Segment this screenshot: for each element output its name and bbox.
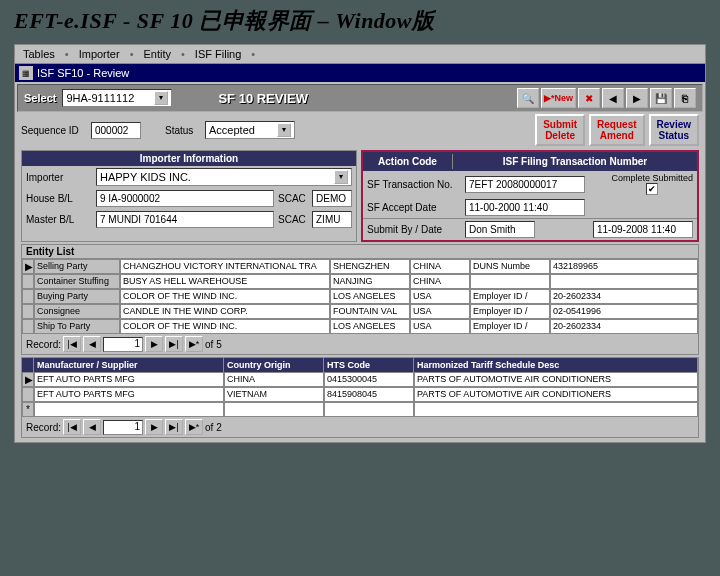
- hts-code-field[interactable]: [324, 402, 414, 417]
- entity-list-panel: Entity List ▶Selling PartyCHANGZHOU VICT…: [21, 244, 699, 355]
- entity-idtype-field[interactable]: [470, 274, 550, 289]
- entity-name-field[interactable]: CHANGZHOU VICTORY INTERNATIONAL TRA: [120, 259, 330, 274]
- hts-mfg-field[interactable]: EFT AUTO PARTS MFG: [34, 372, 224, 387]
- entity-idtype-field[interactable]: Employer ID /: [470, 319, 550, 334]
- request-amend-button[interactable]: RequestAmend: [589, 114, 644, 146]
- record-label: Record:: [26, 422, 61, 433]
- chevron-down-icon[interactable]: ▾: [154, 91, 168, 105]
- entity-idval-field[interactable]: 20-2602334: [550, 289, 698, 304]
- entity-city-field[interactable]: LOS ANGELES: [330, 289, 410, 304]
- row-marker: [22, 387, 34, 402]
- entity-country-field[interactable]: USA: [410, 289, 470, 304]
- house-bl-field[interactable]: 9 IA-9000002: [96, 190, 274, 207]
- entity-name-field[interactable]: CANDLE IN THE WIND CORP.: [120, 304, 330, 319]
- master-bl-field[interactable]: 7 MUNDI 701644: [96, 211, 274, 228]
- hts-row[interactable]: EFT AUTO PARTS MFGVIETNAM8415908045PARTS…: [22, 387, 698, 402]
- entity-country-field[interactable]: CHINA: [410, 274, 470, 289]
- nav-new-button[interactable]: ▶*: [185, 419, 203, 435]
- nav-prev-button[interactable]: ◀: [83, 336, 101, 352]
- entity-idval-field[interactable]: [550, 274, 698, 289]
- txn-no-field[interactable]: 7EFT 20080000017: [465, 176, 585, 193]
- entity-row[interactable]: ▶Selling PartyCHANGZHOU VICTORY INTERNAT…: [22, 259, 698, 274]
- nav-last-button[interactable]: ▶|: [165, 419, 183, 435]
- house-scac-field[interactable]: DEMO: [312, 190, 352, 207]
- save-icon[interactable]: 💾: [650, 88, 672, 108]
- nav-new-button[interactable]: ▶*: [185, 336, 203, 352]
- entity-idval-field[interactable]: 02-0541996: [550, 304, 698, 319]
- menu-importer[interactable]: Importer: [75, 47, 124, 61]
- entity-idval-field[interactable]: 432189965: [550, 259, 698, 274]
- app-frame: Tables• Importer• Entity• ISF Filing• ▦ …: [14, 44, 706, 443]
- select-combo[interactable]: 9HA-9111112 ▾: [62, 89, 172, 107]
- hts-mfg-field[interactable]: [34, 402, 224, 417]
- hts-desc-field[interactable]: PARTS OF AUTOMOTIVE AIR CONDITIONERS: [414, 372, 698, 387]
- entity-idtype-field[interactable]: Employer ID /: [470, 304, 550, 319]
- sequence-id-field[interactable]: 000002: [91, 122, 141, 139]
- entity-row[interactable]: Ship To PartyCOLOR OF THE WIND INC.LOS A…: [22, 319, 698, 334]
- entity-name-field[interactable]: BUSY AS HELL WAREHOUSE: [120, 274, 330, 289]
- entity-idtype-field[interactable]: Employer ID /: [470, 289, 550, 304]
- hts-code-field[interactable]: 0415300045: [324, 372, 414, 387]
- menu-tables[interactable]: Tables: [19, 47, 59, 61]
- hts-code-field[interactable]: 8415908045: [324, 387, 414, 402]
- review-status-button[interactable]: ReviewStatus: [649, 114, 699, 146]
- entity-role: Selling Party: [34, 259, 120, 274]
- status-combo[interactable]: Accepted ▾: [205, 121, 295, 139]
- binoculars-icon[interactable]: 🔍: [517, 88, 539, 108]
- entity-country-field[interactable]: USA: [410, 304, 470, 319]
- entity-country-field[interactable]: CHINA: [410, 259, 470, 274]
- importer-combo[interactable]: HAPPY KIDS INC. ▾: [96, 168, 352, 186]
- nav-first-button[interactable]: |◀: [63, 336, 81, 352]
- next-button[interactable]: ▶: [626, 88, 648, 108]
- importer-header: Importer Information: [22, 151, 356, 166]
- hts-row[interactable]: *: [22, 402, 698, 417]
- hts-desc-field[interactable]: PARTS OF AUTOMOTIVE AIR CONDITIONERS: [414, 387, 698, 402]
- row-marker: [22, 289, 34, 304]
- close-icon[interactable]: ⎘: [674, 88, 696, 108]
- chevron-down-icon[interactable]: ▾: [334, 170, 348, 184]
- entity-row[interactable]: Container StuffingBUSY AS HELL WAREHOUSE…: [22, 274, 698, 289]
- new-button[interactable]: ▶* New: [541, 88, 576, 108]
- entity-city-field[interactable]: SHENGZHEN: [330, 259, 410, 274]
- submit-by-label: Submit By / Date: [367, 224, 461, 235]
- hts-mfg-field[interactable]: EFT AUTO PARTS MFG: [34, 387, 224, 402]
- accept-date-field[interactable]: 11-00-2000 11:40: [465, 199, 585, 216]
- hts-panel: Manufacturer / Supplier Country Origin H…: [21, 357, 699, 438]
- submit-delete-button[interactable]: SubmitDelete: [535, 114, 585, 146]
- hts-desc-field[interactable]: [414, 402, 698, 417]
- entity-row[interactable]: Buying PartyCOLOR OF THE WIND INC.LOS AN…: [22, 289, 698, 304]
- nav-first-button[interactable]: |◀: [63, 419, 81, 435]
- entity-idval-field[interactable]: 20-2602334: [550, 319, 698, 334]
- nav-next-button[interactable]: ▶: [145, 336, 163, 352]
- entity-name-field[interactable]: COLOR OF THE WIND INC.: [120, 289, 330, 304]
- menu-entity[interactable]: Entity: [139, 47, 175, 61]
- record-position[interactable]: 1: [103, 420, 143, 435]
- entity-country-field[interactable]: USA: [410, 319, 470, 334]
- nav-last-button[interactable]: ▶|: [165, 336, 183, 352]
- menubar: Tables• Importer• Entity• ISF Filing•: [15, 45, 705, 64]
- transaction-panel: Action Code ISF Filing Transaction Numbe…: [361, 150, 699, 242]
- master-scac-field[interactable]: ZIMU: [312, 211, 352, 228]
- entity-city-field[interactable]: FOUNTAIN VAL: [330, 304, 410, 319]
- entity-list-title: Entity List: [22, 245, 698, 259]
- nav-next-button[interactable]: ▶: [145, 419, 163, 435]
- entity-name-field[interactable]: COLOR OF THE WIND INC.: [120, 319, 330, 334]
- hts-row[interactable]: ▶EFT AUTO PARTS MFGCHINA0415300045PARTS …: [22, 372, 698, 387]
- row-marker: *: [22, 402, 34, 417]
- complete-submitted-checkbox[interactable]: ✔: [646, 183, 658, 195]
- entity-city-field[interactable]: NANJING: [330, 274, 410, 289]
- chevron-down-icon[interactable]: ▾: [277, 123, 291, 137]
- prev-button[interactable]: ◀: [602, 88, 624, 108]
- hts-country-field[interactable]: CHINA: [224, 372, 324, 387]
- slide-title: EFT-e.ISF - SF 10 已申報界面 – Window版: [0, 0, 720, 44]
- hts-country-field[interactable]: VIETNAM: [224, 387, 324, 402]
- entity-row[interactable]: ConsigneeCANDLE IN THE WIND CORP.FOUNTAI…: [22, 304, 698, 319]
- entity-city-field[interactable]: LOS ANGELES: [330, 319, 410, 334]
- entity-idtype-field[interactable]: DUNS Numbe: [470, 259, 550, 274]
- hts-country-field[interactable]: [224, 402, 324, 417]
- row-marker: [22, 304, 34, 319]
- cross-icon[interactable]: ✖: [578, 88, 600, 108]
- menu-isf-filing[interactable]: ISF Filing: [191, 47, 245, 61]
- nav-prev-button[interactable]: ◀: [83, 419, 101, 435]
- record-position[interactable]: 1: [103, 337, 143, 352]
